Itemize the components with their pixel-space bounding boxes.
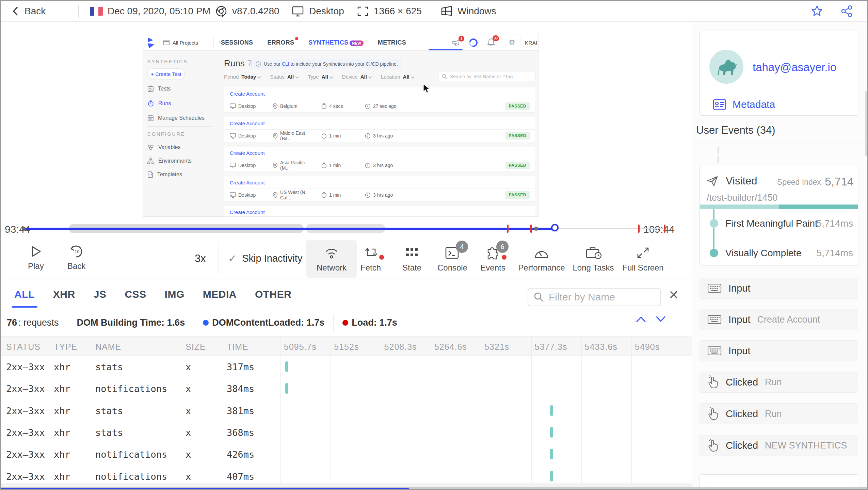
sidebar-scrollbar[interactable] bbox=[865, 91, 867, 156]
filter-device[interactable]: DeviceAll bbox=[342, 74, 372, 80]
input-event-card[interactable]: InputCreate Account bbox=[700, 309, 858, 330]
network-filter-input[interactable]: Filter by Name bbox=[528, 288, 661, 306]
panel-toggle-fullscreen[interactable]: Full Screen bbox=[617, 240, 669, 278]
playhead[interactable] bbox=[551, 224, 559, 231]
run-stopwatch-cell: 1 min bbox=[321, 192, 359, 198]
network-tab-other[interactable]: OTHER bbox=[255, 289, 292, 300]
skip-inactivity-checkbox[interactable]: ✓ Skip Inactivity bbox=[228, 252, 302, 264]
request-time: 381ms bbox=[227, 406, 254, 416]
network-tab-img[interactable]: IMG bbox=[165, 289, 184, 300]
player-timeline[interactable]: 93:44 109:44 bbox=[1, 218, 692, 239]
announcements-button[interactable]: 1 bbox=[452, 34, 460, 51]
network-tab-all[interactable]: ALL bbox=[14, 289, 35, 300]
request-time: 384ms bbox=[227, 383, 254, 394]
column-header-name[interactable]: NAME bbox=[95, 342, 121, 352]
visited-event-card[interactable]: Visited Speed Index 5,714 /test-builder/… bbox=[700, 166, 858, 265]
notifications-button[interactable]: 33 bbox=[487, 34, 495, 51]
promo-badge: 1 bbox=[459, 36, 464, 42]
run-name-link[interactable]: Create Account bbox=[224, 147, 535, 159]
desktop-icon bbox=[230, 163, 236, 168]
network-tab-media[interactable]: MEDIA bbox=[203, 289, 237, 300]
request-row[interactable]: 2xx–3xxxhrstatsx381ms bbox=[1, 400, 692, 422]
run-card[interactable]: Create AccountDesktopBelgium4 secs27 sec… bbox=[224, 87, 535, 112]
back-button[interactable]: Back bbox=[11, 1, 46, 22]
run-name-link[interactable]: Create Account bbox=[224, 206, 535, 217]
metric-connector-line bbox=[713, 209, 714, 254]
create-test-button[interactable]: + Create Test bbox=[147, 68, 185, 79]
jump-next-button[interactable] bbox=[655, 315, 666, 323]
filter-period[interactable]: PeriodToday bbox=[224, 74, 261, 80]
filter-status[interactable]: StatusAll bbox=[270, 74, 299, 80]
jump-prev-button[interactable] bbox=[635, 315, 647, 323]
input-event-card[interactable]: Input bbox=[700, 340, 858, 361]
sidebar-item-tests[interactable]: Tests bbox=[147, 85, 171, 92]
run-detail-text: 1 min bbox=[329, 133, 341, 138]
event-label: Clicked bbox=[726, 440, 758, 451]
run-card[interactable]: Create AccountDesktopCanada (Central)1 m… bbox=[224, 206, 535, 217]
favorite-button[interactable] bbox=[810, 1, 824, 22]
tab-sessions[interactable]: SESSIONS bbox=[221, 39, 253, 46]
new-badge: NEW bbox=[350, 40, 364, 46]
filter-location[interactable]: LocationAll bbox=[381, 74, 415, 80]
error-marker-tick bbox=[664, 225, 665, 233]
tab-errors[interactable]: ERRORS bbox=[267, 39, 294, 46]
back-10-button[interactable]: 10 Back bbox=[67, 244, 85, 271]
speed-toggle[interactable]: 3x bbox=[195, 252, 206, 265]
column-header-time[interactable]: TIME bbox=[227, 342, 248, 352]
close-panel-button[interactable]: ✕ bbox=[669, 288, 679, 302]
metadata-button[interactable]: Metadata bbox=[713, 99, 775, 110]
column-header-type[interactable]: TYPE bbox=[54, 342, 77, 352]
sidebar-item-variables[interactable]: Variables bbox=[147, 144, 181, 150]
tab-synthetics[interactable]: SYNTHETICSNEW bbox=[308, 39, 364, 46]
network-tab-css[interactable]: CSS bbox=[125, 289, 146, 300]
run-name-link[interactable]: Create Account bbox=[224, 176, 535, 189]
search-icon bbox=[534, 292, 544, 302]
request-row[interactable]: 2xx–3xxxhrnotificationsx384ms bbox=[1, 378, 692, 399]
share-icon bbox=[840, 4, 854, 18]
click-event-card[interactable]: ClickedRun bbox=[700, 403, 858, 424]
runs-search-input[interactable]: Search by Test Name or #Tag bbox=[438, 72, 535, 81]
visited-label: Visited bbox=[726, 175, 757, 187]
panel-toggle-label: Fetch bbox=[360, 263, 381, 273]
network-tab-xhr[interactable]: XHR bbox=[53, 289, 75, 300]
error-dot-icon bbox=[295, 37, 298, 40]
click-event-card[interactable]: ClickedNEW SYNTHETICS bbox=[700, 435, 858, 456]
column-header-status[interactable]: STATUS bbox=[6, 342, 41, 352]
request-row[interactable]: 2xx–3xxxhrstatsx317ms bbox=[1, 356, 692, 378]
request-row[interactable]: 2xx–3xxxhrnotificationsx426ms bbox=[1, 443, 692, 465]
share-button[interactable] bbox=[840, 1, 854, 22]
cli-link[interactable]: CLI bbox=[282, 61, 289, 67]
run-details-row: DesktopAsia Pacific (M...1 min3 hrs agoP… bbox=[224, 159, 535, 172]
event-label: Input bbox=[728, 283, 751, 294]
user-email-link[interactable]: tahay@asayer.io bbox=[753, 61, 836, 74]
request-row[interactable]: 2xx–3xxxhrstatsx368ms bbox=[1, 422, 692, 443]
run-card[interactable]: Create AccountDesktopMiddle East (Ba...1… bbox=[224, 117, 535, 142]
column-header-size[interactable]: SIZE bbox=[186, 342, 206, 352]
panel-toggle-longtasks[interactable]: Long Tasks bbox=[568, 240, 619, 278]
user-card: tahay@asayer.io Metadata bbox=[700, 31, 858, 116]
user-menu[interactable]: KRAIEM bbox=[525, 34, 539, 51]
event-label: Clicked bbox=[726, 408, 758, 420]
network-tab-js[interactable]: JS bbox=[94, 289, 107, 300]
sidebar-item-templates[interactable]: Templates bbox=[147, 171, 182, 178]
request-time: 426ms bbox=[227, 449, 254, 460]
sidebar-item-runs[interactable]: Runs bbox=[147, 100, 171, 107]
run-card[interactable]: Create AccountDesktopUS West (N. Cal...1… bbox=[224, 176, 535, 201]
play-button[interactable]: Play bbox=[28, 244, 44, 271]
run-name-link[interactable]: Create Account bbox=[224, 87, 535, 100]
project-selector[interactable]: All Projects bbox=[163, 34, 224, 51]
run-name-link[interactable]: Create Account bbox=[224, 117, 535, 130]
filter-type[interactable]: TypeAll bbox=[308, 74, 333, 80]
horizontal-scrollbar-thumb[interactable] bbox=[1, 488, 409, 490]
sidebar-item-environments[interactable]: Environments bbox=[147, 158, 192, 164]
panel-toggle-performance[interactable]: Performance bbox=[516, 240, 567, 278]
timeline-remaining-track bbox=[555, 228, 664, 229]
settings-button[interactable]: ⚙ bbox=[509, 34, 515, 51]
run-card[interactable]: Create AccountDesktopAsia Pacific (M...1… bbox=[224, 147, 535, 172]
schedule-icon bbox=[147, 115, 154, 121]
input-event-card[interactable]: Input bbox=[700, 278, 858, 299]
sidebar-item-manage-schedules[interactable]: Manage Schedules bbox=[147, 115, 205, 121]
panel-toggle-events[interactable]: 6Events bbox=[467, 240, 518, 278]
click-event-card[interactable]: ClickedRun bbox=[700, 372, 858, 393]
tab-metrics[interactable]: METRICS bbox=[378, 39, 406, 46]
